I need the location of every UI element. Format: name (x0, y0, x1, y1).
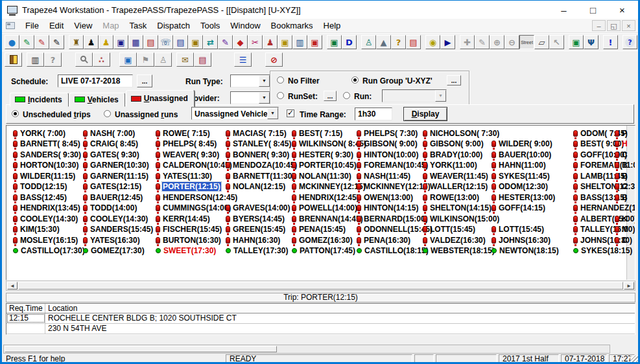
trip-entry[interactable]: BRADY(10:00) (423, 150, 483, 159)
trip-entry[interactable]: BASS(12:45) (13, 192, 67, 202)
blocks-icon[interactable]: ◆ (233, 35, 248, 49)
scroll-left-icon[interactable]: ◄ (7, 282, 18, 290)
runset-radio[interactable] (277, 92, 284, 99)
client-alt-icon[interactable]: ♟ (99, 35, 113, 49)
trip-entry[interactable]: PATTON(17:45) (292, 246, 356, 256)
trip-entry[interactable]: CALDERON(10:45) (156, 161, 233, 170)
map-region-icon[interactable]: ▲ (376, 35, 391, 49)
pushpin-icon[interactable]: ◉ (425, 35, 440, 49)
trip-entry[interactable]: MCKINNEY(12:15) (292, 182, 366, 192)
location-cell[interactable]: 230 N 54TH AVE (45, 324, 635, 334)
schedule-browse-button[interactable]: ... (137, 74, 152, 87)
trip-entry[interactable]: PORTER(12:15) (156, 182, 221, 192)
trip-entry[interactable]: HAHN(11:00) (492, 161, 547, 170)
detach-window-icon[interactable]: ▶ (440, 35, 455, 49)
compose-icon[interactable]: ✉ (176, 52, 194, 67)
trip-entry[interactable]: C (615, 235, 628, 245)
dispatch-d-icon[interactable]: D (342, 35, 357, 49)
trip-entry[interactable]: MENDOZA(10:45) (226, 161, 298, 170)
trip-entry[interactable]: HESTER( 9:30) (292, 150, 354, 159)
trip-entry[interactable]: YORK(11:00) (423, 161, 478, 170)
vehicle-log-icon[interactable]: ▤ (406, 35, 421, 49)
driver-route-icon[interactable]: ♙ (361, 35, 376, 49)
route-map-icon[interactable]: ⇄ (203, 35, 218, 49)
agency-icon[interactable]: ♜ (69, 35, 84, 49)
vehicle-type-combo[interactable]: Unassigned Vehicle▼ (191, 107, 279, 120)
trip-entry[interactable]: POWELL(14:00) (292, 203, 358, 213)
req-time-header[interactable]: Req.Time (6, 304, 45, 313)
trip-entry[interactable]: LOTT(15:45) (423, 225, 476, 234)
trip-entry[interactable]: WEAVER( 9:30) (156, 150, 220, 159)
trip-entry[interactable]: BERNARD(15:00) (357, 214, 429, 223)
trip-entry[interactable]: FISCHER(15:45) (156, 225, 222, 234)
trip-entry[interactable]: ROWE( 7:15) (156, 128, 211, 138)
trip-entry[interactable]: GATES( 9:30) (83, 150, 140, 159)
unscheduled-trips-grid[interactable]: YORK( 7:00)BARNETT( 8:45)SANDERS( 9:30)H… (6, 125, 635, 280)
trip-entry[interactable]: SWEET(17:30) (156, 246, 217, 256)
trip-entry[interactable]: NASH( 7:00) (83, 128, 136, 138)
trip-entry[interactable]: GARNER(11:15) (83, 171, 149, 181)
trip-entry[interactable]: KIM(15:30) (13, 225, 60, 234)
table-row[interactable]: 230 N 54TH AVE (6, 324, 635, 334)
trip-entry[interactable]: PORTER(10:45) (292, 161, 357, 170)
trip-entry[interactable]: HESTER(13:00) (492, 192, 556, 202)
main-horizontal-scrollbar[interactable] (3, 345, 610, 354)
street-map-button[interactable]: Street (519, 35, 534, 49)
trip-entry[interactable]: YATES(16:30) (83, 235, 141, 245)
trip-entry[interactable]: STANLEY( 8:45) (226, 139, 292, 149)
trip-entry[interactable]: WEAVER(11:45) (423, 171, 489, 181)
trip-entry[interactable]: NEWTON(18:15) (492, 246, 560, 256)
resize-grip[interactable] (630, 356, 638, 363)
child-window-icon[interactable] (6, 22, 15, 29)
trip-entry[interactable]: HERNANDEZ(14:15) (573, 203, 635, 213)
trip-entry[interactable]: COOLEY(14:30) (83, 214, 148, 223)
batch-list-icon[interactable]: ☰ (234, 52, 252, 67)
trip-entry[interactable]: PHELPS( 8:45) (156, 139, 217, 149)
trip-entry[interactable]: C (615, 182, 628, 192)
menu-edit[interactable]: Edit (44, 19, 69, 32)
chevron-down-icon[interactable]: ▼ (259, 92, 270, 104)
depot-icon[interactable]: ▣ (327, 35, 342, 49)
trip-entry[interactable]: GATES(12:15) (83, 182, 142, 192)
trip-entry[interactable]: NOLAN(11:30) (292, 171, 352, 181)
unscheduled-trips-radio[interactable] (12, 110, 19, 117)
trip-entry[interactable]: NOLAN(12:15) (226, 182, 286, 192)
vehicle-stop-icon[interactable]: ▤ (143, 35, 158, 49)
trip-entry[interactable]: OWEN(13:00) (357, 192, 414, 202)
trip-entry[interactable]: WALLER(12:15) (423, 182, 488, 192)
no-filter-radio[interactable] (277, 76, 284, 84)
run-group-browse-button[interactable]: ... (447, 75, 461, 85)
table-row[interactable]: 12:15ROCHELLE CENTER BLDG B; 1020 SOUTHS… (6, 313, 635, 324)
trip-entry[interactable]: SYKES(11:45) (492, 171, 551, 181)
no-voice-icon[interactable]: ⊘ (265, 52, 283, 67)
fleet-icon[interactable]: ▥ (292, 35, 307, 49)
bus-route-icon[interactable]: ▣ (278, 35, 292, 49)
trip-entry[interactable]: K (615, 214, 628, 223)
location-cell[interactable]: ROCHELLE CENTER BLDG B; 1020 SOUTHSIDE C… (45, 313, 635, 323)
mdi-restore-button[interactable]: ◱ (607, 20, 621, 31)
grid-horizontal-scrollbar[interactable]: ◄ ► (6, 280, 635, 291)
monitor-icon[interactable]: ▣ (119, 52, 137, 67)
main-scrollbar-thumb[interactable] (5, 346, 277, 352)
trip-entry[interactable]: M (615, 225, 629, 234)
trip-cards-icon[interactable]: ▣ (188, 35, 203, 49)
run-type-combo[interactable]: ▼ (230, 74, 270, 87)
menu-task[interactable]: Task (124, 19, 152, 32)
trip-entry[interactable]: B (615, 161, 628, 170)
trip-entry[interactable]: NASH(11:45) (357, 171, 411, 181)
trip-entry[interactable]: NICHOLSON( 7:30) (423, 128, 500, 138)
trip-entry[interactable]: BARNETT(11:30) (226, 171, 295, 181)
trip-entry[interactable]: PENA(16:30) (357, 235, 411, 245)
trip-entry[interactable]: PENA(15:45) (292, 225, 346, 234)
trip-entry[interactable]: CASTILLO(17:30) (13, 246, 86, 256)
workstation-icon[interactable]: ▥ (27, 52, 44, 67)
phone-log-icon[interactable]: ☏ (158, 35, 173, 49)
trip-entry[interactable]: BAUER(12:45) (83, 192, 143, 202)
location-header[interactable]: Location (45, 304, 635, 313)
run-radio[interactable] (343, 92, 350, 99)
trip-entry[interactable]: SHELTON(14:15) (423, 203, 492, 213)
trip-entry[interactable]: PHELPS( 7:30) (357, 128, 418, 138)
trip-entry[interactable]: GIBSON( 9:00) (357, 139, 418, 149)
vehicle-icon[interactable]: ▣ (113, 35, 128, 49)
minimize-button[interactable]: – (549, 1, 578, 19)
